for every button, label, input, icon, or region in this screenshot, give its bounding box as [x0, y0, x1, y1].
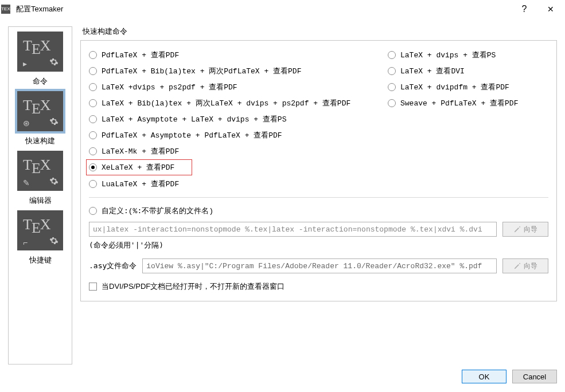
radio-latex-dvips-ps[interactable]: LaTeX + dvips + 查看PS: [388, 50, 548, 60]
ok-button[interactable]: OK: [462, 370, 506, 383]
sidebar-item-shortcuts[interactable]: TEX ⌐ 快捷键: [12, 210, 68, 269]
radio-latex-asymptote-ps[interactable]: LaTeX + Asymptote + LaTeX + dvips + 查看PS: [89, 114, 376, 124]
radio-latex-bibtex-dvips[interactable]: LaTeX + Bib(la)tex + 两次LaTeX + dvips + p…: [89, 98, 376, 108]
radio-pdflatex-viewpdf[interactable]: PdfLaTeX + 查看PDF: [89, 50, 376, 60]
radio-label: LaTeX + dvips + 查看PS: [400, 50, 496, 60]
asy-label: .asy文件命令: [89, 261, 137, 271]
radio-label: 自定义:(%:不带扩展名的文件名): [102, 206, 213, 216]
radio-label: PdfLaTeX + Asymptote + PdfLaTeX + 查看PDF: [102, 130, 282, 140]
wizard-button-custom[interactable]: 向导: [502, 222, 548, 237]
tex-icon: TEX ⊛: [17, 91, 63, 131]
radio-latexmk[interactable]: LaTeX-Mk + 查看PDF: [89, 146, 376, 156]
radio-label: Sweave + PdfLaTeX + 查看PDF: [400, 98, 518, 108]
titlebar: TEX 配置Texmaker ? ✕: [0, 0, 565, 18]
radio-label: LaTeX + Bib(la)tex + 两次LaTeX + dvips + p…: [102, 98, 350, 108]
separator: [89, 197, 548, 198]
radio-custom[interactable]: 自定义:(%:不带扩展名的文件名): [89, 206, 548, 216]
sidebar-item-label: 编辑器: [29, 195, 52, 206]
tex-icon: TEX ✎: [17, 151, 63, 191]
sidebar-item-label: 快速构建: [25, 136, 55, 146]
sidebar-item-quickbuild[interactable]: TEX ⊛ 快速构建: [12, 91, 68, 150]
gear-icon: [49, 236, 59, 247]
sidebar: TEX ▸ 命令 TEX ⊛ 快速构建 TEX ✎ 编辑器 TEX: [8, 26, 72, 364]
custom-command-input[interactable]: [89, 222, 497, 237]
close-button[interactable]: ✕: [537, 1, 564, 18]
radio-label: PdfLaTeX + Bib(la)tex + 两次PdfLaTeX + 查看P…: [102, 66, 301, 76]
radio-label: LuaLaTeX + 查看PDF: [102, 179, 179, 189]
cancel-button[interactable]: Cancel: [512, 370, 557, 383]
wizard-button-asy[interactable]: 向导: [502, 258, 548, 273]
gear-icon: [49, 57, 59, 68]
help-button[interactable]: ?: [511, 1, 537, 18]
radio-sweave[interactable]: Sweave + PdfLaTeX + 查看PDF: [388, 98, 548, 108]
button-label: 向导: [524, 225, 537, 234]
main-panel: 快速构建命令 PdfLaTeX + 查看PDF PdfLaTeX + Bib(l…: [80, 26, 557, 364]
no-new-viewer-checkbox[interactable]: 当DVI/PS/PDF文档已经打开时，不打开新的查看器窗口: [89, 281, 548, 292]
sidebar-item-commands[interactable]: TEX ▸ 命令: [12, 32, 68, 90]
wizard-icon: [513, 262, 521, 270]
tex-icon: TEX ⌐: [17, 210, 63, 250]
checkbox-icon: [89, 283, 97, 291]
radio-label: LaTeX +dvips + ps2pdf + 查看PDF: [102, 82, 237, 92]
radio-label: LaTeX + Asymptote + LaTeX + dvips + 查看PS: [102, 114, 286, 124]
quickbuild-group: PdfLaTeX + 查看PDF PdfLaTeX + Bib(la)tex +…: [80, 40, 557, 301]
radio-label: LaTeX + dvipdfm + 查看PDF: [400, 82, 509, 92]
gear-icon: [49, 177, 59, 187]
radio-label: LaTeX + 查看DVI: [400, 66, 465, 76]
radio-latex-dvi[interactable]: LaTeX + 查看DVI: [388, 66, 548, 76]
radio-label: PdfLaTeX + 查看PDF: [102, 50, 179, 60]
dialog-footer: OK Cancel: [0, 364, 565, 389]
checkbox-label: 当DVI/PS/PDF文档已经打开时，不打开新的查看器窗口: [102, 281, 285, 292]
sidebar-item-label: 命令: [33, 76, 48, 87]
sidebar-item-editor[interactable]: TEX ✎ 编辑器: [12, 151, 68, 209]
window-title: 配置Texmaker: [15, 4, 511, 14]
radio-latex-dvips-ps2pdf[interactable]: LaTeX +dvips + ps2pdf + 查看PDF: [89, 82, 376, 92]
radio-label: XeLaTeX + 查看PDF: [102, 162, 174, 173]
wizard-icon: [513, 225, 521, 233]
group-title: 快速构建命令: [83, 26, 557, 37]
radio-pdflatex-asymptote[interactable]: PdfLaTeX + Asymptote + PdfLaTeX + 查看PDF: [89, 130, 376, 140]
radio-latex-dvipdfm[interactable]: LaTeX + dvipdfm + 查看PDF: [388, 82, 548, 92]
radio-pdflatex-bibtex[interactable]: PdfLaTeX + Bib(la)tex + 两次PdfLaTeX + 查看P…: [89, 66, 376, 76]
asy-command-input[interactable]: [142, 258, 497, 273]
hint-text: (命令必须用'|'分隔): [89, 240, 548, 250]
radio-label: LaTeX-Mk + 查看PDF: [102, 146, 179, 156]
sidebar-item-label: 快捷键: [29, 255, 52, 265]
app-icon: TEX: [1, 5, 10, 14]
button-label: 向导: [524, 261, 537, 271]
radio-lualatex[interactable]: LuaLaTeX + 查看PDF: [89, 179, 376, 189]
radio-xelatex[interactable]: XeLaTeX + 查看PDF: [86, 159, 192, 175]
tex-icon: TEX ▸: [17, 32, 63, 72]
gear-icon: [49, 117, 59, 128]
